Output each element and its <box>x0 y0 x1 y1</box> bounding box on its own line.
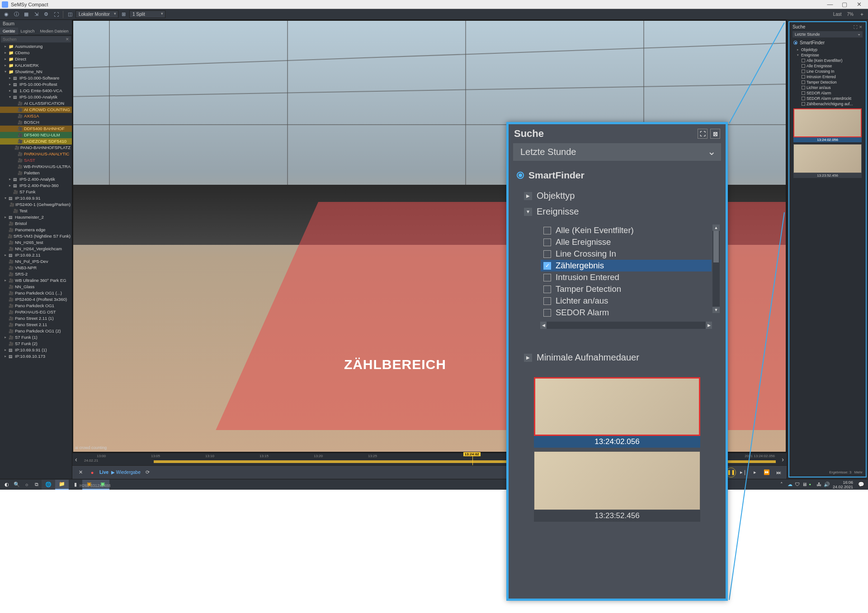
tab-medien[interactable]: Medien Dateien <box>38 28 71 35</box>
event-filter-item-small[interactable]: Line Crossing In <box>793 69 863 74</box>
zoom-expand-icon[interactable]: ⛶ <box>698 129 708 139</box>
tray-network-icon[interactable]: 🖧 <box>816 482 822 487</box>
event-filter-item-small[interactable]: SEDOR Alarm <box>793 90 863 96</box>
close-playback-icon[interactable]: ✕ <box>76 468 85 477</box>
record-icon[interactable]: ◉ <box>2 10 11 19</box>
node-objekttyp-small[interactable]: ▸Objekttyp <box>793 47 863 52</box>
tree-item[interactable]: ▸▤IPS-10.000-Software <box>0 75 72 81</box>
tree-item[interactable]: 🎥IPS2400-4 (Proftest 3x360) <box>0 296 72 303</box>
notifications-icon[interactable]: 💬 <box>856 480 866 490</box>
result-thumb[interactable]: 13:24:02.056 <box>534 377 700 448</box>
tray-chevron-icon[interactable]: ˄ <box>780 482 786 487</box>
layout-icon[interactable]: ▦ <box>22 10 31 19</box>
tree-item[interactable]: ▾📁Showtime_NN <box>0 69 72 75</box>
tree-item[interactable]: ▸▤IPS-10.000-Proftest <box>0 81 72 88</box>
tree-item[interactable]: ▸📁KALKWERK <box>0 62 72 69</box>
tree-item[interactable]: ▾▤IP:10.69.9.91 <box>0 195 72 201</box>
taskbar-cortana-icon[interactable]: ○ <box>22 480 32 490</box>
split-dropdown[interactable]: 1 Split <box>129 10 165 18</box>
taskbar-search-icon[interactable]: 🔍 <box>12 480 22 490</box>
event-filter-item[interactable]: ✓Zählergebnis <box>541 260 712 271</box>
tree-item[interactable]: ▸📁Ausmusterung <box>0 43 72 50</box>
device-tree[interactable]: ▸📁Ausmusterung▸📁CDemo▸📁Direct▸📁KALKWERK▾… <box>0 43 72 479</box>
node-ereignisse[interactable]: ▼Ereignisse <box>522 204 712 220</box>
tree-item[interactable]: ▸▤1.OG Emte-5400-VCA <box>0 88 72 94</box>
tree-item[interactable]: 🎥Bristol <box>0 220 72 227</box>
tree-item[interactable]: 🎥PARKHAUS-EG OST <box>0 309 72 315</box>
event-filter-item[interactable]: Alle (Kein Eventfilter) <box>541 225 712 236</box>
event-filter-item-small[interactable]: Alle Ereignisse <box>793 63 863 69</box>
event-filter-item-small[interactable]: Alle (Kein Eventfilter) <box>793 58 863 63</box>
event-filter-item[interactable]: Lichter an/aus <box>541 295 712 307</box>
tree-item[interactable]: 🎥Pano Parkdeck OG1 (2) <box>0 328 72 334</box>
tree-item[interactable]: 🎥S7 Funk (2) <box>0 341 72 347</box>
event-filter-item[interactable]: Line Crossing In <box>541 248 712 260</box>
smartfinder-radio[interactable]: SmartFinder <box>509 165 726 185</box>
taskbar-record-icon[interactable]: ◐ <box>2 480 12 490</box>
close-search-icon[interactable]: ✕ <box>859 25 863 29</box>
timerange-dropdown[interactable]: Letzte Stunde <box>513 143 721 161</box>
step-fwd-icon[interactable]: ▸ <box>750 468 760 477</box>
zoom-close-icon[interactable]: ⊠ <box>710 129 720 139</box>
tree-item[interactable]: 🎥WB-PARKHAUS-ULTRA <box>0 164 72 170</box>
taskbar-edge-icon[interactable]: 🌐 <box>42 480 55 490</box>
event-list-scrollbar-v[interactable]: ▲▼ <box>712 225 720 313</box>
tray-display-icon[interactable]: 🖥 <box>802 482 808 487</box>
tree-item[interactable]: 🎥Paletten <box>0 170 72 176</box>
tree-item[interactable]: 🎥AI CLASSIFICATION <box>0 100 72 107</box>
tray-cloud-icon[interactable]: ☁ <box>788 482 793 487</box>
tree-item[interactable]: 🎥NN_H264_Vergleichcam <box>0 246 72 252</box>
tree-item[interactable]: 🎥VNB3-NPR <box>0 265 72 271</box>
add-view-button[interactable]: ＋ <box>857 11 866 18</box>
search-input[interactable] <box>3 37 66 42</box>
event-list-scrollbar-h[interactable]: ◀▶ <box>540 322 712 329</box>
event-filter-item-small[interactable]: Zählbenachrichtigung auf... <box>793 101 863 107</box>
expand-icon[interactable]: ⛶ <box>52 10 61 19</box>
tree-item[interactable]: 🎥LADEZONE SDF5410 <box>0 138 72 145</box>
event-filter-item-small[interactable]: SEDOR Alarm unterdrückt <box>793 96 863 101</box>
event-filter-item[interactable]: Intrusion Entered <box>541 271 712 283</box>
tree-item[interactable]: 🎥PARKHAUS-ANALYTIC <box>0 151 72 157</box>
tray-gpu-icon[interactable]: ▪ <box>809 482 815 487</box>
tree-item[interactable]: 🎥SRS-2 <box>0 271 72 277</box>
tree-item[interactable]: 🎥Pano Street 2.11 <box>0 322 72 328</box>
export-icon[interactable]: ⇲ <box>32 10 41 19</box>
info-icon[interactable]: ⓘ <box>12 10 21 19</box>
node-objekttyp[interactable]: ▶Objekttyp <box>522 188 712 204</box>
playback-mode[interactable]: ▶ Wiedergabe <box>111 470 141 475</box>
loop-icon[interactable]: ⟳ <box>143 468 152 477</box>
event-filter-item[interactable]: Alle Ereignisse <box>541 236 712 248</box>
tree-item[interactable]: ▸▤Hausmeister_2 <box>0 214 72 220</box>
tab-geraete[interactable]: Geräte <box>0 28 18 35</box>
tree-item[interactable]: ▸▤IP:10.69.9.91 (1) <box>0 347 72 353</box>
close-button[interactable]: ✕ <box>852 1 866 8</box>
tree-item[interactable]: 🎥Pano Street 2.11 (1) <box>0 315 72 322</box>
tree-item[interactable]: 🎥SRS-VM3 (Nightline S7 Funk) <box>0 233 72 239</box>
tree-item[interactable]: ▸📁CDemo <box>0 50 72 56</box>
expand-search-icon[interactable]: ⛶ <box>854 25 858 29</box>
event-filter-item-small[interactable]: Intrusion Entered <box>793 74 863 80</box>
result-thumb[interactable]: 13:23:52.456 <box>534 451 700 522</box>
taskbar-explorer-icon[interactable]: 📁 <box>55 480 69 490</box>
tree-item[interactable]: 🎥DF5400 NEU-ULM <box>0 132 72 138</box>
event-filter-item[interactable]: SEDOR Alarm <box>541 307 712 318</box>
skip-end-icon[interactable]: ⏭ <box>774 468 783 477</box>
tree-item[interactable]: ▸📁Direct <box>0 56 72 62</box>
tree-item[interactable]: 🎥SAST <box>0 157 72 164</box>
next-frame-icon[interactable]: ▸❘ <box>739 468 748 477</box>
record-dot-icon[interactable]: ● <box>88 468 97 477</box>
tray-volume-icon[interactable]: 🔊 <box>824 482 830 487</box>
tree-item[interactable]: 🎥S7 Funk <box>0 189 72 195</box>
clear-search-icon[interactable]: ✕ <box>66 37 69 42</box>
more-link[interactable]: Mehr <box>854 470 863 474</box>
minimize-button[interactable]: — <box>823 1 837 8</box>
monitor-dropdown[interactable]: Lokaler Monitor <box>75 10 118 18</box>
timeline-prev-icon[interactable]: ‹ <box>75 456 77 463</box>
result-thumb-small[interactable]: 13:24:02.056 <box>793 108 862 142</box>
tree-item[interactable]: ▾▤IPS-10.000-Analytik <box>0 94 72 100</box>
maximize-button[interactable]: ▢ <box>837 1 852 8</box>
tree-item[interactable]: ▸▤IPS-2.400-Pano-360 <box>0 182 72 189</box>
event-filter-item[interactable]: SEDOR Alarm unterdrückt <box>541 318 712 319</box>
system-clock[interactable]: 16:06 24.02.2021 <box>831 480 855 489</box>
tree-item[interactable]: ▸🎥WB Ultraline 360° Park EG <box>0 277 72 284</box>
